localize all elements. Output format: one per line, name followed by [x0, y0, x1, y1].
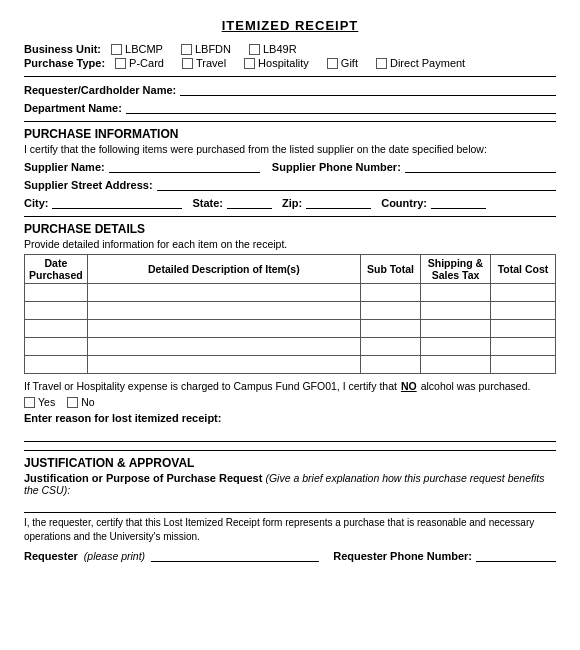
state-label: State: [192, 197, 223, 209]
checkbox-hospitality[interactable]: Hospitality [244, 57, 309, 69]
cell-shipping-3[interactable] [421, 320, 491, 338]
travel-label: Travel [196, 57, 226, 69]
cell-date-5[interactable] [25, 356, 88, 374]
purchase-type-row: Purchase Type: P-Card Travel Hospitality… [24, 57, 556, 69]
justification-title: JUSTIFICATION & APPROVAL [24, 456, 556, 470]
cell-subtotal-5[interactable] [361, 356, 421, 374]
col-header-desc: Detailed Description of Item(s) [87, 255, 360, 284]
col-header-total: Total Cost [491, 255, 556, 284]
zip-field[interactable] [306, 195, 371, 209]
requester-print-row: Requester (please print) Requester Phone… [24, 548, 556, 562]
department-label: Department Name: [24, 102, 122, 114]
col-header-shipping: Shipping &Sales Tax [421, 255, 491, 284]
country-label: Country: [381, 197, 427, 209]
cell-total-3[interactable] [491, 320, 556, 338]
lbcmp-label: LBCMP [125, 43, 163, 55]
requester-print-label: Requester [24, 550, 78, 562]
justification-field[interactable] [24, 499, 556, 513]
justification-label-row: Justification or Purpose of Purchase Req… [24, 472, 556, 496]
pcard-label: P-Card [129, 57, 164, 69]
city-field[interactable] [52, 195, 182, 209]
supplier-address-field[interactable] [157, 177, 556, 191]
checkbox-lbfdn-box[interactable] [181, 44, 192, 55]
supplier-name-row: Supplier Name: Supplier Phone Number: [24, 159, 556, 173]
checkbox-direct-payment[interactable]: Direct Payment [376, 57, 465, 69]
col-header-subtotal: Sub Total [361, 255, 421, 284]
lost-receipt-label: Enter reason for lost itemized receipt: [24, 412, 221, 424]
cell-shipping-4[interactable] [421, 338, 491, 356]
lost-receipt-row: Enter reason for lost itemized receipt: [24, 412, 556, 424]
requester-phone-label: Requester Phone Number: [333, 550, 472, 562]
cell-date-2[interactable] [25, 302, 88, 320]
checkbox-lbcmp-box[interactable] [111, 44, 122, 55]
requester-field[interactable] [180, 82, 556, 96]
state-field[interactable] [227, 195, 272, 209]
cell-desc-4[interactable] [87, 338, 360, 356]
cell-total-2[interactable] [491, 302, 556, 320]
col-header-date: DatePurchased [25, 255, 88, 284]
city-label: City: [24, 197, 48, 209]
zip-label: Zip: [282, 197, 302, 209]
certify-text: I certify that the following items were … [24, 143, 556, 155]
cell-desc-5[interactable] [87, 356, 360, 374]
cell-date-3[interactable] [25, 320, 88, 338]
purchase-details-table: DatePurchased Detailed Description of It… [24, 254, 556, 374]
supplier-name-label: Supplier Name: [24, 161, 105, 173]
cell-subtotal-4[interactable] [361, 338, 421, 356]
cell-subtotal-2[interactable] [361, 302, 421, 320]
alcohol-row: If Travel or Hospitality expense is char… [24, 380, 556, 408]
table-row [25, 338, 556, 356]
cell-shipping-5[interactable] [421, 356, 491, 374]
cell-shipping-2[interactable] [421, 302, 491, 320]
checkbox-lbcmp[interactable]: LBCMP [111, 43, 163, 55]
department-field[interactable] [126, 100, 556, 114]
yes-label: Yes [38, 396, 55, 408]
checkbox-lb49r-box[interactable] [249, 44, 260, 55]
country-field[interactable] [431, 195, 486, 209]
checkbox-lbfdn[interactable]: LBFDN [181, 43, 231, 55]
supplier-address-label: Supplier Street Address: [24, 179, 153, 191]
table-row [25, 320, 556, 338]
lbfdn-label: LBFDN [195, 43, 231, 55]
cell-desc-2[interactable] [87, 302, 360, 320]
alcohol-no-text: NO [401, 380, 417, 392]
supplier-name-field[interactable] [109, 159, 260, 173]
supplier-address-row: Supplier Street Address: [24, 177, 556, 191]
checkbox-gift[interactable]: Gift [327, 57, 358, 69]
table-row [25, 356, 556, 374]
purchase-info-title: PURCHASE INFORMATION [24, 127, 556, 141]
cell-total-1[interactable] [491, 284, 556, 302]
cell-shipping-1[interactable] [421, 284, 491, 302]
requester-label: Requester/Cardholder Name: [24, 84, 176, 96]
certify-statement: I, the requester, certify that this Lost… [24, 516, 556, 544]
supplier-phone-field[interactable] [405, 159, 556, 173]
cell-total-5[interactable] [491, 356, 556, 374]
checkbox-yes[interactable]: Yes [24, 396, 55, 408]
cell-date-1[interactable] [25, 284, 88, 302]
checkbox-travel[interactable]: Travel [182, 57, 226, 69]
lb49r-label: LB49R [263, 43, 297, 55]
requester-phone-field[interactable] [476, 548, 556, 562]
cell-desc-3[interactable] [87, 320, 360, 338]
requester-row: Requester/Cardholder Name: [24, 82, 556, 96]
gift-label: Gift [341, 57, 358, 69]
requester-print-italic: (please print) [84, 550, 145, 562]
cell-total-4[interactable] [491, 338, 556, 356]
purchase-details-subtitle: Provide detailed information for each it… [24, 238, 556, 250]
checkbox-lb49r[interactable]: LB49R [249, 43, 297, 55]
page-title: ITEMIZED RECEIPT [24, 18, 556, 33]
cell-desc-1[interactable] [87, 284, 360, 302]
department-row: Department Name: [24, 100, 556, 114]
checkbox-no[interactable]: No [67, 396, 94, 408]
business-unit-label: Business Unit: [24, 43, 101, 55]
purchase-type-label: Purchase Type: [24, 57, 105, 69]
no-label: No [81, 396, 94, 408]
lost-receipt-field[interactable] [24, 428, 556, 442]
checkbox-pcard[interactable]: P-Card [115, 57, 164, 69]
cell-date-4[interactable] [25, 338, 88, 356]
table-row [25, 284, 556, 302]
requester-print-field[interactable] [151, 548, 319, 562]
table-row [25, 302, 556, 320]
cell-subtotal-3[interactable] [361, 320, 421, 338]
cell-subtotal-1[interactable] [361, 284, 421, 302]
